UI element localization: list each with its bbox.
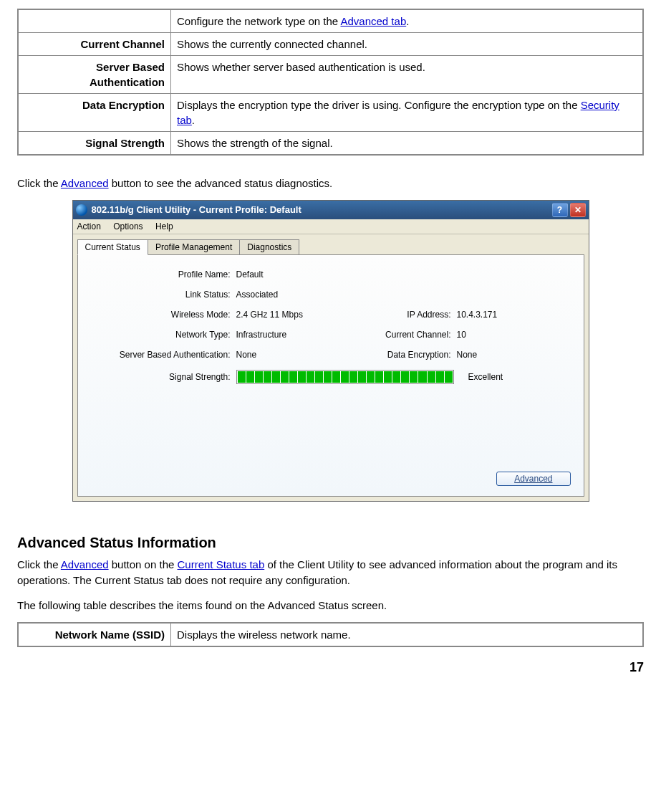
def-desc: Configure the network type on the Advanc…: [171, 9, 644, 33]
def-label: Data Encryption: [18, 94, 171, 132]
link-status-value: Associated: [236, 290, 344, 300]
table-row: Network Name (SSID) Displays the wireles…: [18, 623, 643, 646]
tab-panel: Profile Name: Default Link Status: Assoc…: [77, 254, 584, 497]
current-status-tab-link[interactable]: Current Status tab: [178, 558, 265, 570]
wireless-mode-label: Wireless Mode:: [91, 310, 236, 320]
signal-strength-text: Excellent: [468, 372, 503, 382]
signal-strength-bar: [236, 370, 454, 384]
def-label: [18, 9, 171, 33]
table-row: Server Based Authentication Shows whethe…: [18, 56, 643, 94]
tab-diagnostics[interactable]: Diagnostics: [239, 239, 299, 255]
page-number: 17: [17, 660, 644, 675]
tab-current-status[interactable]: Current Status: [77, 239, 148, 255]
definitions-table-1: Configure the network type on the Advanc…: [17, 9, 644, 156]
data-encryption-label: Data Encryption:: [344, 350, 457, 360]
def-desc: Shows whether server based authenticatio…: [171, 56, 644, 94]
menu-options[interactable]: Options: [113, 221, 143, 231]
ip-address-value: 10.4.3.171: [457, 310, 571, 320]
paragraph: Click the Advanced button to see the adv…: [17, 176, 644, 191]
def-desc: Shows the strength of the signal.: [171, 132, 644, 156]
data-encryption-value: None: [457, 350, 571, 360]
close-button[interactable]: ✕: [570, 203, 586, 217]
def-desc: Displays the wireless network name.: [171, 623, 644, 646]
advanced-link[interactable]: Advanced: [61, 177, 109, 189]
signal-strength-label: Signal Strength:: [91, 372, 236, 382]
network-type-label: Network Type:: [91, 330, 236, 340]
paragraph: The following table describes the items …: [17, 598, 644, 613]
paragraph: Click the Advanced button on the Current…: [17, 557, 644, 588]
current-channel-label: Current Channel:: [344, 330, 457, 340]
advanced-tab-link[interactable]: Advanced tab: [340, 15, 406, 27]
table-row: Current Channel Shows the currently conn…: [18, 33, 643, 56]
table-row: Data Encryption Displays the encryption …: [18, 94, 643, 132]
server-based-auth-value: None: [236, 350, 344, 360]
profile-name-value: Default: [236, 269, 344, 280]
tab-profile-management[interactable]: Profile Management: [148, 239, 240, 255]
ip-address-label: IP Address:: [344, 310, 457, 320]
link-status-label: Link Status:: [91, 290, 236, 300]
titlebar: 802.11b/g Client Utility - Current Profi…: [73, 201, 589, 219]
table-row: Signal Strength Shows the strength of th…: [18, 132, 643, 156]
tabstrip: Current Status Profile Management Diagno…: [73, 234, 589, 254]
advanced-button[interactable]: Advanced: [496, 472, 570, 486]
def-label: Network Name (SSID): [18, 623, 171, 646]
app-icon: [76, 204, 87, 216]
window-title: 802.11b/g Client Utility - Current Profi…: [92, 204, 550, 215]
advanced-link[interactable]: Advanced: [61, 558, 109, 570]
menubar: Action Options Help: [73, 219, 589, 234]
current-channel-value: 10: [457, 330, 571, 340]
section-heading: Advanced Status Information: [17, 535, 644, 551]
help-button[interactable]: ?: [552, 203, 568, 217]
server-based-auth-label: Server Based Authentication:: [91, 350, 236, 360]
def-desc: Shows the currently connected channel.: [171, 33, 644, 56]
def-label: Signal Strength: [18, 132, 171, 156]
client-utility-window: 802.11b/g Client Utility - Current Profi…: [72, 200, 589, 502]
menu-help[interactable]: Help: [155, 221, 173, 231]
def-label: Server Based Authentication: [18, 56, 171, 94]
def-desc: Displays the encryption type the driver …: [171, 94, 644, 132]
network-type-value: Infrastructure: [236, 330, 344, 340]
wireless-mode-value: 2.4 GHz 11 Mbps: [236, 310, 344, 320]
table-row: Configure the network type on the Advanc…: [18, 9, 643, 33]
profile-name-label: Profile Name:: [91, 269, 236, 280]
def-label: Current Channel: [18, 33, 171, 56]
menu-action[interactable]: Action: [77, 221, 101, 231]
definitions-table-2: Network Name (SSID) Displays the wireles…: [17, 622, 644, 647]
